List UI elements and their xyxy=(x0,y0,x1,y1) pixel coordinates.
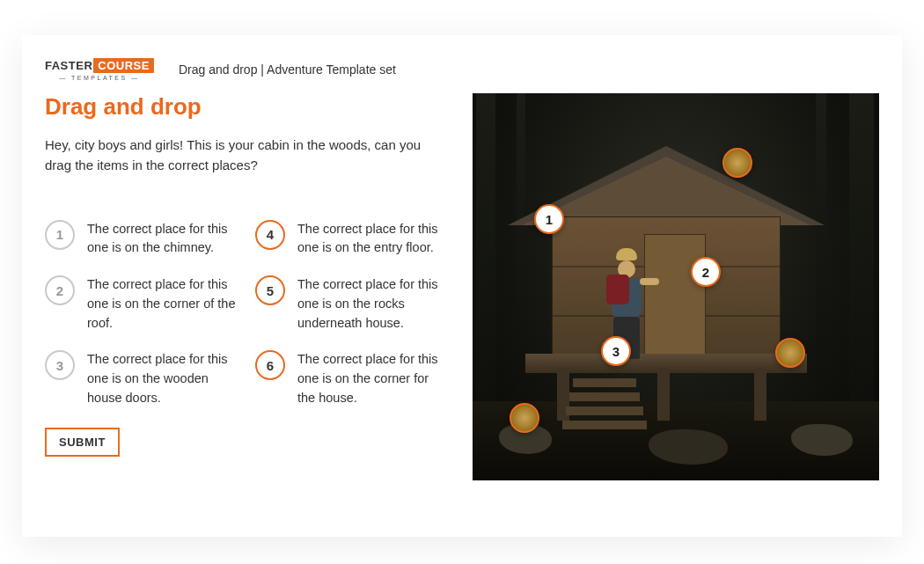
hints: 1 The correct place for this one is on t… xyxy=(45,220,450,408)
drag-token-3[interactable]: 3 xyxy=(601,336,631,366)
logo: FASTER COURSE — TEMPLATES — xyxy=(45,58,154,81)
drop-target-corner[interactable] xyxy=(775,338,805,368)
door xyxy=(644,234,706,357)
content: Drag and drop Hey, city boys and girls! … xyxy=(45,93,879,480)
hint-2: 2 The correct place for this one is on t… xyxy=(45,275,239,333)
hint-3: 3 The correct place for this one is on t… xyxy=(45,350,239,407)
drop-target-chimney[interactable] xyxy=(722,148,752,178)
person-hair xyxy=(616,248,637,260)
left-panel: Drag and drop Hey, city boys and girls! … xyxy=(45,93,450,480)
step xyxy=(566,407,643,415)
hint-text-4: The correct place for this one is on the… xyxy=(297,220,450,259)
logo-top: FASTER COURSE xyxy=(45,58,154,73)
breadcrumb: Drag and drop | Adventure Template set xyxy=(179,62,396,77)
page-title: Drag and drop xyxy=(45,93,450,121)
submit-button[interactable]: SUBMIT xyxy=(45,428,120,457)
hint-text-2: The correct place for this one is on the… xyxy=(87,275,239,333)
person-arm xyxy=(640,278,659,285)
stairs xyxy=(569,373,640,435)
hint-text-5: The correct place for this one is on the… xyxy=(297,275,450,333)
hint-chip-4[interactable]: 4 xyxy=(255,220,285,250)
roof-inner xyxy=(522,157,810,225)
hint-4: 4 The correct place for this one is on t… xyxy=(255,220,450,259)
hint-chip-3[interactable]: 3 xyxy=(45,350,75,380)
hint-text-3: The correct place for this one is on the… xyxy=(87,350,239,407)
step xyxy=(569,392,640,401)
hint-text-6: The correct place for this one is on the… xyxy=(297,350,450,407)
drag-token-1[interactable]: 1 xyxy=(534,204,564,234)
step xyxy=(562,421,647,429)
drop-target-rocks[interactable] xyxy=(510,403,539,433)
hint-chip-6[interactable]: 6 xyxy=(255,350,285,380)
cabin-scene: 1 2 3 xyxy=(473,93,879,480)
hint-text-1: The correct place for this one is on the… xyxy=(87,220,239,259)
header: FASTER COURSE — TEMPLATES — Drag and dro… xyxy=(45,58,879,81)
logo-text-course: COURSE xyxy=(93,58,154,73)
drag-token-2[interactable]: 2 xyxy=(691,257,721,287)
slide: FASTER COURSE — TEMPLATES — Drag and dro… xyxy=(22,35,902,537)
hint-chip-1[interactable]: 1 xyxy=(45,220,75,250)
logo-text-faster: FASTER xyxy=(45,59,92,72)
step xyxy=(573,378,636,387)
hint-6: 6 The correct place for this one is on t… xyxy=(255,350,450,407)
backpack xyxy=(606,275,629,304)
hint-chip-5[interactable]: 5 xyxy=(255,275,285,305)
logo-subtext: — TEMPLATES — xyxy=(59,75,139,81)
hint-1: 1 The correct place for this one is on t… xyxy=(45,220,239,259)
hints-col-left: 1 The correct place for this one is on t… xyxy=(45,220,239,408)
post xyxy=(754,368,766,421)
post xyxy=(657,368,670,421)
instructions: Hey, city boys and girls! This is your c… xyxy=(45,135,432,176)
hint-chip-2[interactable]: 2 xyxy=(45,275,75,305)
hints-col-right: 4 The correct place for this one is on t… xyxy=(255,220,450,408)
hint-5: 5 The correct place for this one is on t… xyxy=(255,275,450,333)
